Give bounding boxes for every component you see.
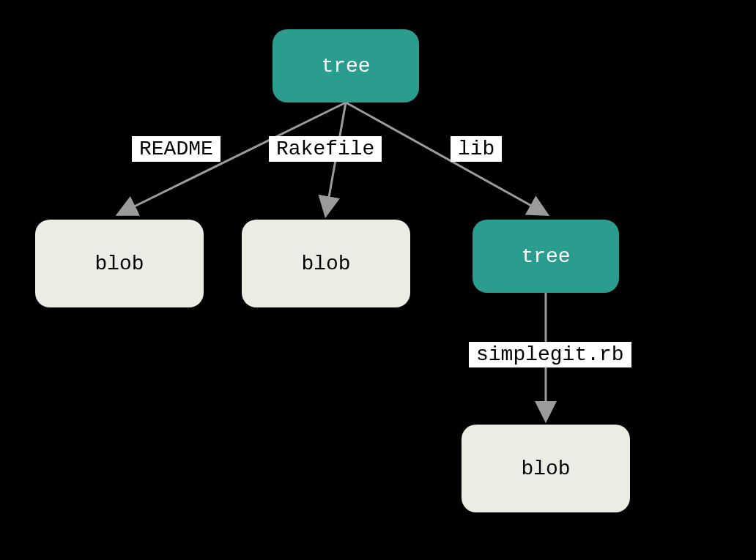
blob_readme-node: blob (35, 220, 204, 307)
tree_lib-node: tree (472, 220, 619, 293)
edge-label-simplegitrb: simplegit.rb (469, 342, 631, 367)
blob_rakefile-node: blob (242, 220, 410, 307)
edge-label-readme: README (132, 136, 220, 162)
root_tree-node: tree (273, 29, 419, 102)
edge-label-lib: lib (451, 136, 502, 162)
blob_simplegit-node: blob (462, 425, 630, 512)
edge-label-rakefile: Rakefile (269, 136, 382, 162)
